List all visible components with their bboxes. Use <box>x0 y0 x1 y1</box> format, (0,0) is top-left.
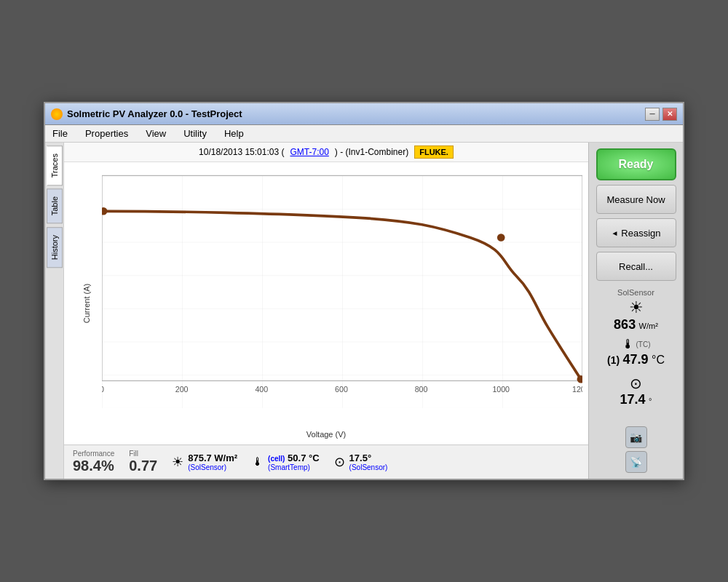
y-axis-label: Current (A) <box>82 284 91 323</box>
chart-date: 10/18/2013 15:01:03 ( <box>199 147 284 157</box>
temp-tc-label: (TC) <box>636 340 651 348</box>
thermometer-icon: 🌡 <box>252 455 264 469</box>
cell-temp-item: (cell) 50.7 °C (SmartTemp) <box>268 453 319 471</box>
irradiance-value: 875.7 W/m² <box>188 453 237 463</box>
solsensor-sun-icon: ☀ <box>596 298 676 317</box>
window-title: Solmetric PV Analyzer 0.0 - TestProject <box>67 108 242 119</box>
reassign-label: Reassign <box>621 228 660 239</box>
tilt-panel-value: 17.4 <box>620 392 646 407</box>
reassign-button[interactable]: ◄ Reassign <box>596 218 676 247</box>
left-tabs: Traces Table History <box>45 143 64 479</box>
menu-view[interactable]: View <box>143 127 169 140</box>
performance-label: Performance <box>73 450 114 458</box>
close-button[interactable]: ✕ <box>662 108 677 121</box>
reassign-arrow-icon: ◄ <box>611 229 618 237</box>
fluke-badge: FLUKE. <box>414 146 454 159</box>
tilt-value-row: 17.4 ° <box>596 392 676 407</box>
svg-text:600: 600 <box>335 385 348 394</box>
tab-table[interactable]: Table <box>47 188 63 223</box>
cell-temp-sublabel: (SmartTemp) <box>268 463 310 471</box>
svg-text:200: 200 <box>175 385 189 394</box>
title-bar-left: Solmetric PV Analyzer 0.0 - TestProject <box>51 108 242 120</box>
x-axis-label: Voltage (V) <box>306 430 346 439</box>
performance-item: Performance 98.4% <box>73 450 114 474</box>
svg-text:1200: 1200 <box>572 385 582 394</box>
ready-button[interactable]: Ready <box>596 148 676 180</box>
measure-now-button[interactable]: Measure Now <box>596 185 676 214</box>
chart-header: 10/18/2013 15:01:03 (GMT-7:00) - (Inv1-C… <box>64 143 588 162</box>
fill-label: Fill <box>129 450 138 458</box>
menu-bar: File Properties View Utility Help <box>45 125 683 143</box>
temperature-section: 🌡 (TC) (1) 47.9 °C <box>596 337 676 367</box>
fill-item: Fill 0.77 <box>129 450 157 474</box>
solsensor-unit: W/m² <box>639 322 658 330</box>
performance-value: 98.4% <box>73 458 114 474</box>
gmt-link[interactable]: GMT-7:00 <box>290 147 328 157</box>
temp-index: (1) <box>607 354 620 366</box>
tilt-sublabel: (SolSensor) <box>349 463 388 471</box>
chart-area: Current (A) Voltage (V) 30.0 25.0 20.0 <box>64 162 588 445</box>
tilt-panel-unit: ° <box>649 396 652 405</box>
temp-thermometer-icon: 🌡 <box>622 337 635 352</box>
irradiance-group: ☀ 875.7 W/m² (SolSensor) <box>172 453 237 471</box>
camera-button[interactable]: 📷 <box>625 426 647 448</box>
chart-svg: 30.0 25.0 20.0 15.0 10.0 5.0 0.0 0 200 4… <box>102 168 582 415</box>
tilt-section: ⊙ 17.4 ° <box>596 375 676 407</box>
menu-utility[interactable]: Utility <box>181 127 210 140</box>
cell-temp-label: (cell) 50.7 °C <box>268 453 319 463</box>
irradiance-sublabel: (SolSensor) <box>188 463 226 471</box>
center-area: 10/18/2013 15:01:03 (GMT-7:00) - (Inv1-C… <box>64 143 588 479</box>
status-bar: Performance 98.4% Fill 0.77 ☀ 875.7 W/m²… <box>64 445 588 479</box>
tilt-item: 17.5° (SolSensor) <box>349 453 388 471</box>
measure-now-label: Measure Now <box>606 194 665 205</box>
irradiance-item: 875.7 W/m² (SolSensor) <box>188 453 237 471</box>
solsensor-value: 863 <box>614 317 636 332</box>
main-window: Solmetric PV Analyzer 0.0 - TestProject … <box>44 102 684 480</box>
tab-history[interactable]: History <box>47 227 63 268</box>
cell-temp-group: 🌡 (cell) 50.7 °C (SmartTemp) <box>252 453 319 471</box>
tilt-value: 17.5° <box>349 453 372 463</box>
tilt-group: ⊙ 17.5° (SolSensor) <box>334 453 388 471</box>
tilt-icon: ⊙ <box>334 454 345 470</box>
menu-properties[interactable]: Properties <box>82 127 131 140</box>
tab-traces[interactable]: Traces <box>47 146 63 186</box>
svg-text:800: 800 <box>415 385 428 394</box>
main-content: Traces Table History 10/18/2013 15:01:03… <box>45 143 683 479</box>
fill-value: 0.77 <box>129 458 157 474</box>
wireless-button[interactable]: 📡 <box>625 451 647 473</box>
title-bar: Solmetric PV Analyzer 0.0 - TestProject … <box>45 103 683 125</box>
temp-unit: °C <box>652 354 665 366</box>
right-panel: Ready Measure Now ◄ Reassign Recall... S… <box>588 143 683 479</box>
svg-text:400: 400 <box>255 385 268 394</box>
minimize-button[interactable]: ─ <box>645 108 660 121</box>
svg-text:0: 0 <box>102 385 104 394</box>
chart-mid: ) - (Inv1-Combiner) <box>335 147 408 157</box>
tilt-gauge-icon: ⊙ <box>596 375 676 392</box>
app-icon <box>51 108 63 120</box>
solsensor-label: SolSensor <box>596 288 676 297</box>
bottom-icons: 📷 📡 <box>625 426 647 473</box>
temp-value-row: (1) 47.9 °C <box>596 352 676 367</box>
svg-text:1000: 1000 <box>492 385 510 394</box>
solsensor-section: SolSensor ☀ 863 W/m² <box>596 288 676 332</box>
title-buttons: ─ ✕ <box>645 108 677 121</box>
recall-button[interactable]: Recall... <box>596 252 676 281</box>
svg-point-17 <box>497 234 505 242</box>
menu-file[interactable]: File <box>50 127 71 140</box>
sun-icon: ☀ <box>172 454 183 470</box>
solsensor-value-row: 863 W/m² <box>596 317 676 332</box>
temp-value: 47.9 <box>623 352 649 367</box>
menu-help[interactable]: Help <box>221 127 247 140</box>
